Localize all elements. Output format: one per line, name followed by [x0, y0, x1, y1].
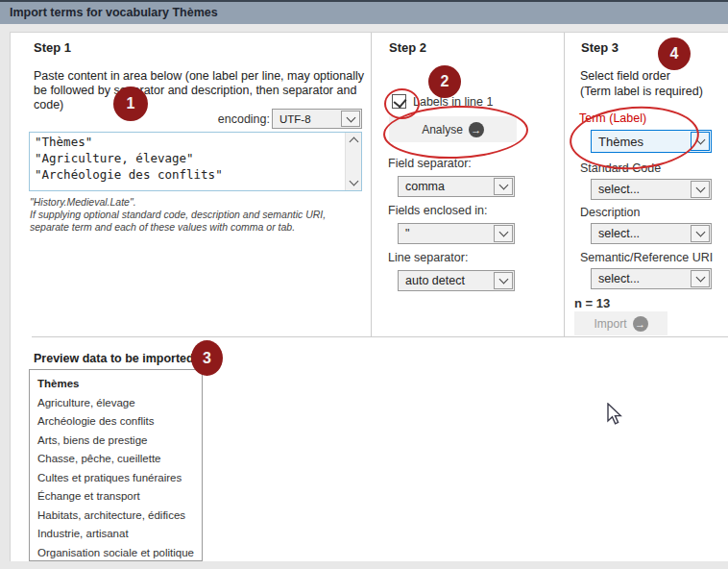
description-label: Description — [580, 206, 641, 219]
chevron-down-icon — [341, 111, 360, 127]
standard-code-select[interactable]: select... — [591, 179, 712, 200]
fields-enclosed-value: " — [399, 227, 493, 240]
preview-item: Arts, biens de prestige — [30, 432, 202, 451]
preview-item: Archéologie des conflits — [30, 412, 202, 432]
import-button-label: Import — [594, 317, 626, 331]
paste-content-textarea[interactable]: "Thèmes" "Agriculture, élevage" "Archéol… — [30, 133, 361, 190]
dialog-titlebar: Import terms for vocabulary Thèmes — [0, 2, 728, 24]
description-select[interactable]: select... — [591, 223, 712, 244]
textarea-scrollbar[interactable] — [345, 133, 361, 190]
step1-title: Step 1 — [34, 40, 71, 55]
preview-item: Agriculture, élevage — [30, 394, 202, 413]
line-separator-label: Line separator: — [388, 251, 468, 264]
step3-instructions-1: Select field order — [580, 69, 724, 84]
step1-hint-text: If supplying optional standard code, des… — [30, 209, 356, 234]
preview-item: Organisation sociale et politique — [30, 544, 202, 562]
import-terms-dialog: Import terms for vocabulary Thèmes Step … — [0, 0, 728, 569]
semantic-uri-label: Semantic/Reference URI — [580, 251, 713, 264]
preview-item: Industrie, artisanat — [30, 525, 202, 544]
semantic-uri-value: select... — [592, 272, 690, 285]
arrow-circle-icon: → — [633, 316, 648, 332]
chevron-down-icon — [691, 270, 710, 287]
term-count: n = 13 — [574, 296, 610, 310]
chevron-down-icon — [691, 225, 710, 242]
section-divider — [32, 336, 728, 337]
chevron-down-icon — [691, 181, 710, 198]
step1-instructions: Paste content in area below (one label p… — [34, 69, 370, 112]
field-separator-label: Field separator: — [388, 157, 472, 170]
scroll-up-icon[interactable] — [346, 133, 362, 148]
step3-instructions-2: (Term label is required) — [580, 85, 728, 99]
dialog-title: Import terms for vocabulary Thèmes — [10, 2, 218, 24]
preview-item: Thèmes — [30, 375, 202, 394]
paste-content-area-wrap: "Thèmes" "Agriculture, élevage" "Archéol… — [29, 132, 362, 191]
step2-title: Step 2 — [389, 40, 426, 55]
chevron-down-icon — [494, 272, 513, 289]
preview-item: Habitats, architecture, édifices — [30, 507, 202, 526]
line-separator-select[interactable]: auto detect — [398, 270, 515, 291]
encoding-select[interactable]: UTF-8 — [272, 109, 362, 129]
line-separator-value: auto detect — [399, 274, 493, 287]
field-separator-select[interactable]: comma — [398, 176, 515, 197]
standard-code-value: select... — [592, 183, 690, 196]
column-divider-2 — [564, 33, 565, 336]
annotation-badge-1: 1 — [113, 87, 148, 121]
mouse-cursor — [607, 403, 626, 428]
step1-hint-example: "History.Medieval.Late". — [30, 196, 366, 209]
preview-list[interactable]: Thèmes Agriculture, élevage Archéologie … — [29, 369, 203, 561]
encoding-select-value: UTF-8 — [273, 113, 340, 125]
fields-enclosed-label: Fields enclosed in: — [388, 204, 488, 217]
step3-title: Step 3 — [581, 40, 619, 55]
preview-title: Preview data to be imported — [34, 352, 194, 365]
encoding-label: encoding: — [187, 112, 270, 126]
chevron-down-icon — [494, 178, 513, 195]
preview-item: Échange et transport — [30, 487, 202, 507]
scroll-down-icon[interactable] — [346, 175, 362, 190]
semantic-uri-select[interactable]: select... — [591, 268, 712, 289]
column-divider-1 — [371, 33, 372, 336]
annotation-badge-3: 3 — [191, 340, 223, 376]
fields-enclosed-select[interactable]: " — [398, 223, 515, 244]
preview-item: Cultes et pratiques funéraires — [30, 469, 202, 488]
annotation-badge-4: 4 — [658, 37, 691, 70]
preview-item: Chasse, pêche, cueillette — [30, 450, 202, 469]
chevron-down-icon — [494, 225, 513, 242]
description-value: select... — [592, 227, 690, 240]
import-button[interactable]: Import → — [574, 311, 667, 335]
annotation-badge-2: 2 — [428, 65, 461, 98]
field-separator-value: comma — [399, 180, 493, 193]
